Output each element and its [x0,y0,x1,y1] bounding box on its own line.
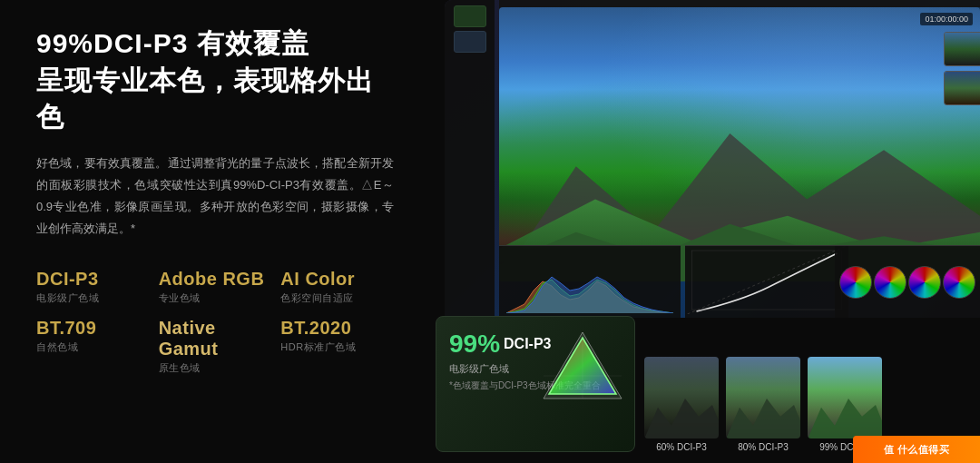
screen-content: 01:00:00:00 [499,7,980,281]
color-wheel-2 [874,266,906,299]
main-title: 99%DCI-P3 有效覆盖 呈现专业本色，表现格外出色 [36,25,394,136]
spec-name-dci-p3: DCI-P3 [36,269,150,290]
thumb-bg-99 [808,357,882,438]
spec-desc-dci-p3: 电影级广色域 [36,291,150,305]
spec-name-ai-color: AI Color [280,269,394,290]
title-line1: 99%DCI-P3 有效覆盖 [36,25,394,63]
thumb-80pct: 80% DCI-P3 [726,357,800,452]
small-thumbs-area [944,32,980,105]
thumb-60pct: 60% DCI-P3 [644,357,719,452]
monitor-area: DaVinci Resolve [445,0,980,318]
spec-adobe-rgb: Adobe RGB 专业色域 [159,269,272,305]
spec-desc-bt2020: HDR标准广色域 [280,340,394,354]
thumb-mountain-80 [726,394,800,439]
thumb-mountain-99 [808,394,882,439]
svg-marker-12 [808,398,882,438]
svg-rect-4 [692,251,842,310]
monitor-bg: DaVinci Resolve [445,0,980,318]
editing-left-panel [445,0,495,318]
comparison-thumbs: 60% DCI-P3 80% DCI-P3 [644,357,882,452]
svg-marker-11 [726,398,800,438]
spec-desc-bt709: 自然色域 [36,340,150,354]
dci-main-card: 99% DCI-P3 电影级广色域 *色域覆盖与DCI-P3色域标准完全重合 [436,316,635,452]
thumb-img-60 [644,357,719,438]
watermark: 值 什么值得买 [853,436,980,463]
thumb-img-99 [808,357,882,438]
spec-bt709: BT.709 自然色域 [36,318,150,375]
thumb-mountain-60 [644,394,719,439]
svg-marker-10 [644,398,719,438]
spec-native-gamut: Native Gamut 原生色域 [159,318,272,375]
spec-name-native-gamut: Native Gamut [159,318,272,360]
spec-dci-p3: DCI-P3 电影级广色域 [36,269,150,305]
color-wheel-4 [943,266,975,299]
color-specs-grid: DCI-P3 电影级广色域 Adobe RGB 专业色域 AI Color 色彩… [36,269,394,375]
small-thumb-1 [944,32,980,66]
thumb-label-80: 80% DCI-P3 [738,442,789,452]
spec-desc-adobe-rgb: 专业色域 [159,291,272,305]
thumb-bg-60 [644,357,719,438]
right-panel: DaVinci Resolve [426,0,980,463]
spec-desc-ai-color: 色彩空间自适应 [280,291,394,305]
info-card-area: 99% DCI-P3 电影级广色域 *色域覆盖与DCI-P3色域标准完全重合 [436,302,980,452]
spec-ai-color: AI Color 色彩空间自适应 [280,269,394,305]
dci-percent: 99% [449,330,500,359]
small-thumb-2 [944,71,980,105]
spec-bt2020: BT.2020 HDR标准广色域 [280,318,394,375]
title-line2: 呈现专业本色，表现格外出色 [36,63,394,136]
spec-name-bt709: BT.709 [36,318,150,339]
spec-desc-native-gamut: 原生色域 [159,361,272,375]
gamut-triangle-svg [542,330,623,401]
left-panel: 99%DCI-P3 有效覆盖 呈现专业本色，表现格外出色 好色域，要有效真覆盖。… [0,0,426,463]
spec-name-adobe-rgb: Adobe RGB [159,269,272,290]
description-text: 好色域，要有效真覆盖。通过调整背光的量子点波长，搭配全新开发的面板彩膜技术，色域… [36,153,394,240]
spec-name-bt2020: BT.2020 [280,318,394,339]
color-wheel-1 [839,266,872,299]
thumb-img-80 [726,357,800,438]
thumb-label-60: 60% DCI-P3 [656,442,707,452]
watermark-text: 值 什么值得买 [884,443,950,457]
thumb-bg-80 [726,357,800,438]
color-wheel-3 [908,266,941,299]
